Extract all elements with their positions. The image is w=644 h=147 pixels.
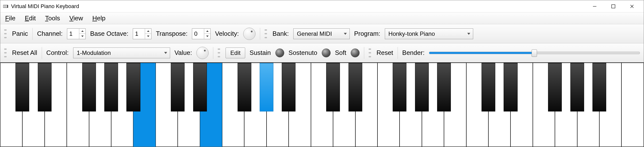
black-key[interactable] bbox=[326, 63, 340, 112]
reset-button[interactable]: Reset bbox=[376, 49, 393, 57]
svg-marker-13 bbox=[206, 30, 208, 32]
svg-rect-2 bbox=[4, 5, 5, 7]
grip-icon bbox=[218, 48, 220, 57]
svg-rect-6 bbox=[612, 5, 615, 8]
black-key[interactable] bbox=[393, 63, 406, 112]
black-key[interactable] bbox=[238, 63, 251, 112]
piano-keyboard bbox=[0, 62, 644, 147]
svg-marker-10 bbox=[81, 35, 84, 37]
base-octave-up[interactable] bbox=[145, 29, 151, 34]
menu-tools[interactable]: Tools bbox=[44, 13, 62, 23]
chevron-down-icon bbox=[164, 52, 168, 54]
program-value: Honky-tonk Piano bbox=[388, 30, 435, 37]
svg-marker-15 bbox=[344, 33, 347, 35]
program-combo[interactable]: Honky-tonk Piano bbox=[385, 28, 473, 39]
velocity-label: Velocity: bbox=[215, 30, 239, 37]
chevron-down-icon bbox=[343, 33, 348, 35]
transpose-spinbox[interactable] bbox=[192, 28, 210, 39]
black-key[interactable] bbox=[82, 63, 96, 112]
bender-thumb[interactable] bbox=[532, 49, 537, 57]
black-key[interactable] bbox=[592, 63, 606, 112]
window-title: Virtual MIDI Piano Keyboard bbox=[11, 3, 79, 9]
svg-marker-11 bbox=[147, 30, 150, 32]
minimize-button[interactable] bbox=[585, 0, 604, 12]
black-key[interactable] bbox=[38, 63, 52, 112]
black-key[interactable] bbox=[415, 63, 429, 112]
menu-view[interactable]: View bbox=[68, 13, 84, 23]
channel-input[interactable] bbox=[67, 29, 79, 39]
program-label: Program: bbox=[354, 30, 380, 37]
menu-edit[interactable]: Edit bbox=[23, 13, 37, 23]
edit-button[interactable]: Edit bbox=[226, 47, 245, 58]
transpose-label: Transpose: bbox=[156, 30, 188, 37]
toolbar-main: Panic Channel: Base Octave: Transpose: bbox=[0, 24, 644, 43]
menu-file[interactable]: File bbox=[4, 13, 17, 23]
base-octave-input[interactable] bbox=[133, 29, 145, 39]
black-key[interactable] bbox=[548, 63, 562, 112]
svg-marker-17 bbox=[164, 52, 167, 54]
grip-icon bbox=[264, 29, 267, 38]
sostenuto-label: Sostenuto bbox=[288, 49, 317, 57]
base-octave-label: Base Octave: bbox=[90, 30, 128, 37]
svg-rect-3 bbox=[6, 5, 6, 7]
channel-up[interactable] bbox=[79, 29, 86, 34]
velocity-knob[interactable] bbox=[243, 28, 256, 40]
maximize-button[interactable] bbox=[604, 0, 623, 12]
channel-down[interactable] bbox=[79, 34, 86, 39]
black-key[interactable] bbox=[171, 63, 184, 112]
chevron-down-icon bbox=[466, 33, 471, 35]
svg-marker-12 bbox=[147, 35, 150, 37]
value-knob[interactable] bbox=[196, 47, 208, 59]
control-combo[interactable]: 1-Modulation bbox=[73, 47, 170, 58]
grip-icon bbox=[4, 48, 7, 57]
close-button[interactable] bbox=[623, 0, 641, 12]
black-key[interactable] bbox=[348, 63, 362, 112]
base-octave-down[interactable] bbox=[145, 34, 151, 39]
grip-icon bbox=[4, 29, 7, 38]
white-key[interactable] bbox=[622, 63, 644, 147]
black-key[interactable] bbox=[126, 63, 140, 112]
reset-all-button[interactable]: Reset All bbox=[12, 49, 37, 57]
black-key[interactable] bbox=[482, 63, 495, 112]
svg-marker-16 bbox=[467, 33, 470, 35]
svg-rect-4 bbox=[6, 5, 7, 7]
sostenuto-indicator[interactable] bbox=[322, 48, 330, 57]
sustain-label: Sustain bbox=[250, 49, 271, 57]
svg-marker-14 bbox=[206, 35, 208, 37]
channel-label: Channel: bbox=[37, 30, 62, 37]
soft-label: Soft bbox=[335, 49, 346, 57]
value-label: Value: bbox=[174, 49, 192, 57]
bender-label: Bender: bbox=[402, 49, 424, 57]
black-key[interactable] bbox=[504, 63, 517, 112]
bank-combo[interactable]: General MIDI bbox=[293, 28, 350, 39]
black-key[interactable] bbox=[437, 63, 451, 112]
transpose-input[interactable] bbox=[192, 29, 204, 39]
menu-help[interactable]: Help bbox=[91, 13, 107, 23]
control-label: Control: bbox=[46, 49, 69, 57]
transpose-up[interactable] bbox=[204, 29, 210, 34]
app-icon bbox=[3, 3, 8, 9]
bank-value: General MIDI bbox=[297, 30, 332, 37]
black-key[interactable] bbox=[104, 63, 118, 112]
grip-icon bbox=[369, 48, 371, 57]
black-key[interactable] bbox=[570, 63, 584, 112]
titlebar: Virtual MIDI Piano Keyboard bbox=[0, 0, 644, 12]
toolbar-controls: Reset All Control: 1-Modulation Value: E… bbox=[0, 43, 644, 62]
black-key[interactable] bbox=[282, 63, 296, 112]
sustain-indicator[interactable] bbox=[275, 48, 284, 57]
svg-rect-1 bbox=[4, 5, 4, 7]
app-window: Virtual MIDI Piano Keyboard File Edit To… bbox=[0, 0, 644, 147]
control-value: 1-Modulation bbox=[77, 49, 111, 56]
base-octave-spinbox[interactable] bbox=[133, 28, 152, 39]
black-key[interactable] bbox=[193, 63, 207, 112]
black-key[interactable] bbox=[16, 63, 29, 112]
svg-marker-9 bbox=[81, 30, 84, 32]
menubar: File Edit Tools View Help bbox=[0, 12, 644, 24]
bender-slider[interactable] bbox=[429, 52, 640, 54]
bank-label: Bank: bbox=[272, 30, 289, 37]
channel-spinbox[interactable] bbox=[67, 28, 86, 39]
black-key[interactable] bbox=[260, 63, 274, 112]
soft-indicator[interactable] bbox=[351, 48, 360, 57]
panic-button[interactable]: Panic bbox=[12, 30, 28, 37]
transpose-down[interactable] bbox=[204, 34, 210, 39]
